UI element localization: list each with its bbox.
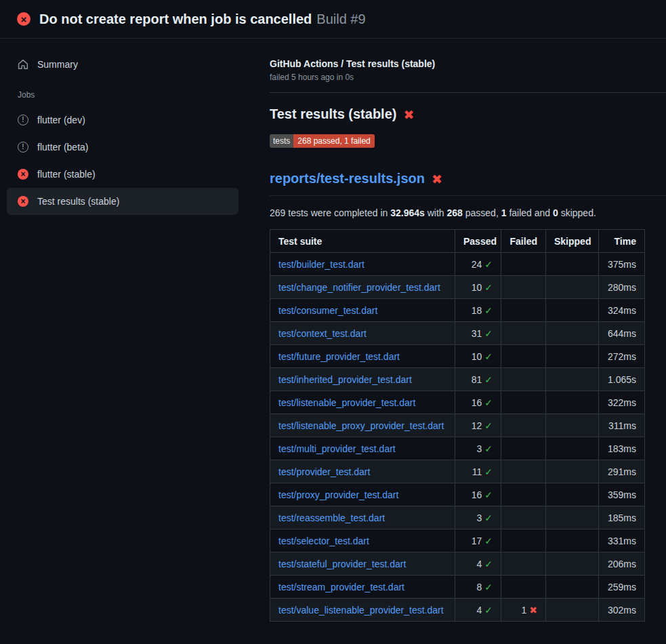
skipped-cell — [546, 599, 599, 622]
table-row: test/provider_test.dart 11✓ 291ms — [270, 460, 645, 483]
skipped-cell — [546, 529, 599, 552]
suite-link[interactable]: test/change_notifier_provider_test.dart — [278, 282, 440, 293]
suite-link[interactable]: test/listenable_provider_test.dart — [278, 397, 415, 408]
passed-cell: 11✓ — [455, 460, 501, 483]
sidebar-job-item[interactable]: × flutter (stable) — [7, 161, 238, 188]
passed-cell: 17✓ — [455, 529, 501, 552]
failed-cell — [501, 276, 546, 299]
suite-link[interactable]: test/builder_test.dart — [278, 259, 365, 270]
table-row: test/consumer_test.dart 18✓ 324ms — [270, 299, 645, 322]
failed-cell — [501, 576, 546, 599]
failed-cell — [501, 506, 546, 529]
sidebar-job-item[interactable]: ! flutter (dev) — [7, 106, 238, 134]
skipped-cell — [546, 414, 599, 437]
passed-cell: 4✓ — [455, 552, 501, 576]
time-cell: 302ms — [599, 599, 645, 622]
time-cell: 272ms — [599, 345, 645, 368]
table-row: test/inherited_provider_test.dart 81✓ 1.… — [270, 368, 645, 391]
suite-link[interactable]: test/multi_provider_test.dart — [278, 443, 396, 454]
check-icon: ✓ — [484, 374, 493, 385]
time-cell: 185ms — [599, 506, 645, 529]
passed-cell: 10✓ — [455, 276, 501, 299]
check-icon: ✓ — [484, 489, 493, 500]
failed-cell — [501, 322, 546, 345]
failed-cell — [501, 552, 546, 576]
report-file-heading[interactable]: reports/test-results.json ✖ — [270, 171, 666, 196]
suite-link[interactable]: test/value_listenable_provider_test.dart — [278, 605, 444, 616]
failed-cell — [501, 460, 546, 483]
jobs-list: ! flutter (dev) ! flutter (beta) × flutt… — [7, 106, 238, 215]
time-cell: 183ms — [599, 437, 645, 460]
suite-link[interactable]: test/stream_provider_test.dart — [278, 582, 404, 592]
tests-badge: tests 268 passed, 1 failed — [270, 134, 375, 148]
neutral-circle-icon: ! — [18, 142, 28, 153]
passed-cell: 3✓ — [455, 437, 501, 460]
passed-cell: 12✓ — [455, 414, 501, 437]
skipped-cell — [546, 368, 599, 391]
failed-cell — [501, 391, 546, 414]
failed-cell: 1✖ — [501, 599, 546, 622]
check-icon: ✓ — [484, 443, 493, 454]
failed-cell — [501, 414, 546, 437]
build-number: Build #9 — [316, 12, 365, 26]
sidebar-item-label: flutter (dev) — [37, 115, 85, 125]
results-table: Test suite Passed Failed Skipped Time te… — [270, 229, 645, 622]
suite-link[interactable]: test/listenable_proxy_provider_test.dart — [278, 420, 444, 431]
table-row: test/reassemble_test.dart 3✓ 185ms — [270, 506, 645, 529]
failed-cell — [501, 368, 546, 391]
skipped-cell — [546, 391, 599, 414]
passed-cell: 8✓ — [455, 576, 501, 599]
divider — [270, 92, 666, 93]
suite-link[interactable]: test/provider_test.dart — [278, 466, 370, 477]
check-icon: ✓ — [484, 259, 493, 270]
skipped-cell — [546, 299, 599, 322]
x-circle-icon: × — [18, 196, 28, 207]
table-row: test/proxy_provider_test.dart 16✓ 359ms — [270, 483, 645, 506]
skipped-cell — [546, 483, 599, 506]
sidebar-item-summary[interactable]: Summary — [7, 51, 238, 78]
suite-link[interactable]: test/consumer_test.dart — [278, 305, 377, 316]
time-cell: 291ms — [599, 460, 645, 483]
passed-cell: 16✓ — [455, 391, 501, 414]
suite-link[interactable]: test/stateful_provider_test.dart — [278, 559, 406, 569]
time-cell: 1.065s — [599, 368, 645, 391]
sidebar-item-label: Summary — [37, 59, 78, 70]
results-summary-text: 269 tests were completed in 32.964s with… — [270, 207, 644, 218]
failed-x-icon: ✖ — [432, 172, 442, 186]
suite-link[interactable]: test/inherited_provider_test.dart — [278, 374, 412, 385]
report-file-link[interactable]: reports/test-results.json — [270, 171, 425, 186]
col-header-time: Time — [599, 230, 645, 253]
suite-link[interactable]: test/reassemble_test.dart — [278, 512, 385, 523]
skipped-cell — [546, 506, 599, 529]
suite-link[interactable]: test/selector_test.dart — [278, 536, 369, 546]
table-row: test/context_test.dart 31✓ 644ms — [270, 322, 645, 345]
table-row: test/builder_test.dart 24✓ 375ms — [270, 253, 645, 276]
sidebar-item-label: Test results (stable) — [37, 196, 119, 207]
run-status-text: failed 5 hours ago in 0s — [270, 73, 644, 82]
failed-cell — [501, 529, 546, 552]
skipped-cell — [546, 460, 599, 483]
col-header-passed: Passed — [455, 230, 501, 253]
table-row: test/listenable_provider_test.dart 16✓ 3… — [270, 391, 645, 414]
suite-link[interactable]: test/future_provider_test.dart — [278, 351, 400, 362]
suite-link[interactable]: test/proxy_provider_test.dart — [278, 489, 398, 500]
check-icon: ✓ — [484, 282, 493, 293]
sidebar-job-item[interactable]: ! flutter (beta) — [7, 134, 238, 161]
table-row: test/stateful_provider_test.dart 4✓ 206m… — [270, 552, 645, 576]
x-circle-icon: × — [17, 12, 30, 26]
time-cell: 331ms — [599, 529, 645, 552]
check-icon: ✓ — [484, 559, 493, 569]
time-cell: 324ms — [599, 299, 645, 322]
time-cell: 280ms — [599, 276, 645, 299]
build-header: × Do not create report when job is cance… — [0, 0, 666, 39]
suite-link[interactable]: test/context_test.dart — [278, 328, 367, 339]
time-cell: 322ms — [599, 391, 645, 414]
neutral-circle-icon: ! — [18, 115, 28, 125]
failed-cell — [501, 437, 546, 460]
breadcrumb: GitHub Actions / Test results (stable) — [270, 58, 644, 69]
skipped-cell — [546, 276, 599, 299]
sidebar-job-item[interactable]: × Test results (stable) — [7, 188, 238, 215]
passed-cell: 4✓ — [455, 599, 501, 622]
build-title: Do not create report when job is cancell… — [39, 12, 312, 26]
passed-cell: 16✓ — [455, 483, 501, 506]
